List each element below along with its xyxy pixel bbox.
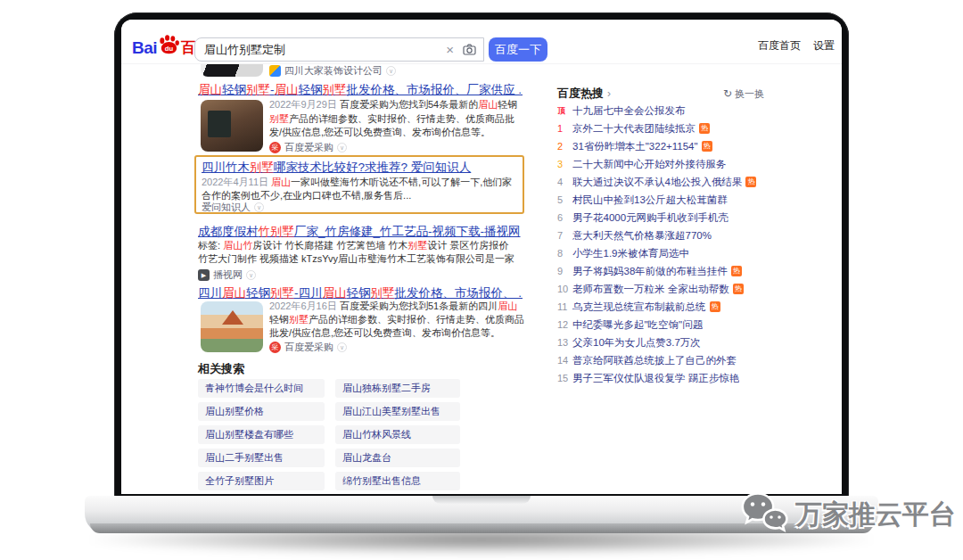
site-favicon — [269, 65, 281, 77]
hot-search-item[interactable]: 5 村民山中捡到13公斤超大松茸菌群 — [557, 191, 768, 209]
related-search-label: 全竹子别墅图片 — [205, 475, 274, 486]
related-search-item[interactable]: 眉山独栋别墅二手房 — [335, 379, 460, 398]
clear-search-icon[interactable]: × — [446, 43, 454, 56]
hot-search-item[interactable]: 6 男子花4000元网购手机收到手机壳 — [557, 209, 768, 226]
hot-search-item[interactable]: 13 父亲10年为女儿点赞3.7万次 — [557, 334, 768, 351]
related-search-item[interactable]: 眉山龙盘台 — [335, 449, 460, 467]
related-search-item[interactable]: 青神竹博会是什么时间 — [198, 379, 325, 398]
hot-rank: 顶 — [557, 105, 572, 117]
related-search-label: 眉山别墅价格 — [205, 406, 264, 416]
result-thumbnail[interactable] — [201, 301, 263, 352]
search-submit-button[interactable]: 百度一下 — [489, 37, 547, 62]
baidu-b2b-icon: 采 — [269, 142, 281, 153]
hot-search-item[interactable]: 10 老师布置数一万粒米 全家出动帮数 热 — [557, 280, 768, 298]
result-thumbnail[interactable] — [201, 100, 263, 152]
hot-search-item[interactable]: 1 京外二十大代表团陆续抵京 热 — [557, 119, 768, 137]
hot-rank: 15 — [557, 373, 572, 383]
related-search-label: 眉山独栋别墅二手房 — [342, 383, 431, 393]
hot-rank: 9 — [557, 266, 572, 276]
baidu-b2b-icon: 采 — [269, 342, 281, 353]
hot-search-item[interactable]: 8 小学生1.9米被体育局选中 — [557, 244, 768, 262]
hot-label: 小学生1.9米被体育局选中 — [572, 247, 689, 260]
laptop-notch — [432, 496, 531, 504]
hot-rank: 12 — [557, 319, 572, 330]
refresh-hot-search-button[interactable]: ↻ 换一换 — [723, 87, 764, 101]
related-search-label: 眉山龙盘台 — [342, 452, 391, 463]
hot-rank: 8 — [557, 248, 572, 259]
hot-badge-icon: 热 — [699, 123, 710, 134]
related-searches-grid: 青神竹博会是什么时间 眉山独栋别墅二手房 眉山别墅价格 眉山江山美墅别墅出售 眉… — [198, 379, 460, 490]
hot-rank: 13 — [557, 337, 572, 348]
hot-rank: 10 — [557, 284, 572, 294]
related-search-item[interactable]: 眉山别墅楼盘有哪些 — [198, 425, 325, 444]
browser-screen: Bai du 百度 × — [121, 20, 842, 494]
result-menu-icon[interactable]: ∨ — [337, 342, 347, 352]
result-title[interactable]: 成都度假村竹别墅厂家_竹房修建_竹工艺品-视频下载-播视网 — [198, 224, 523, 240]
hot-rank: 1 — [557, 123, 572, 134]
related-search-label: 眉山二手别墅出售 — [205, 452, 284, 463]
nav-settings-link[interactable]: 设置 — [813, 38, 835, 54]
hot-search-item[interactable]: 3 二十大新闻中心开始对外接待服务 — [557, 155, 768, 173]
source-name: 百度爱采购 — [284, 141, 333, 154]
related-search-label: 眉山江山美墅别墅出售 — [342, 406, 440, 416]
hot-search-item[interactable]: 12 中纪委曝光多起"吃空饷"问题 — [557, 316, 768, 334]
camera-search-icon[interactable] — [463, 44, 476, 55]
video-site-icon: ▶ — [198, 269, 210, 281]
hot-badge-icon: 热 — [733, 284, 744, 294]
hot-search-item[interactable]: 4 联大通过决议不承认4地公投入俄结果 热 — [557, 173, 768, 191]
hot-search-item[interactable]: 顶 十九届七中全会公报发布 — [557, 102, 768, 119]
hot-search-item[interactable]: 2 31省份昨增本土"322+1154" 热 — [557, 137, 768, 155]
result-menu-icon[interactable]: ∨ — [246, 270, 256, 280]
logo-text-bai: Bai — [132, 38, 157, 58]
page: Bai du 百度 × — [0, 0, 963, 560]
hot-search-item[interactable]: 9 男子将妈妈38年前做的布鞋当挂件 热 — [557, 262, 768, 280]
hot-badge-icon: 热 — [745, 177, 756, 187]
hot-rank: 7 — [557, 230, 572, 241]
result-description: 2022年6月16日 百度爱采购为您找到51条最新的四川眉山轻钢别墅产品的详细参… — [269, 300, 524, 340]
hot-search-item[interactable]: 11 乌克兰现总统宣布制裁前总统 热 — [557, 298, 768, 316]
related-search-label: 眉山别墅楼盘有哪些 — [205, 429, 293, 440]
wechat-icon — [740, 490, 788, 539]
related-searches-title: 相关搜索 — [198, 361, 244, 377]
hot-search-title[interactable]: 百度热搜 — [557, 86, 604, 102]
result-menu-icon[interactable]: ∨ — [337, 143, 347, 152]
hot-rank: 6 — [557, 212, 572, 223]
hot-label: 31省份昨增本土"322+1154" — [572, 140, 698, 153]
related-search-item[interactable]: 绵竹别墅出售信息 — [335, 472, 460, 490]
hot-rank: 2 — [557, 141, 572, 152]
source-name: 四川大家装饰设计公司 — [284, 64, 383, 78]
search-input[interactable] — [204, 43, 446, 56]
hot-search-header: 百度热搜 › ↻ 换一换 — [557, 86, 764, 102]
related-search-item[interactable]: 眉山江山美墅别墅出售 — [335, 402, 460, 421]
nav-baidu-home-link[interactable]: 百度首页 — [758, 38, 801, 54]
related-search-item[interactable]: 眉山别墅价格 — [198, 402, 325, 421]
related-search-item[interactable]: 全竹子别墅图片 — [198, 472, 325, 490]
related-search-item[interactable]: 眉山竹林风景线 — [335, 425, 460, 444]
top-navigation: 百度首页 设置 — [758, 38, 835, 54]
hot-rank: 14 — [557, 355, 572, 366]
hot-rank: 3 — [557, 159, 572, 169]
related-search-item[interactable]: 眉山二手别墅出售 — [198, 449, 325, 467]
result-title[interactable]: 眉山轻钢别墅-眉山轻钢别墅批发价格、市场报价、厂家供应 ... — [198, 82, 523, 98]
result-source: 采 百度爱采购 ∨ — [269, 341, 347, 354]
source-name: 播视网 — [213, 268, 243, 282]
hot-label: 男子花4000元网购手机收到手机壳 — [572, 211, 728, 225]
refresh-label: 换一换 — [735, 87, 764, 101]
hot-search-item[interactable]: 14 普京给阿联酋总统披上了自己的外套 — [557, 351, 768, 369]
hot-label: 普京给阿联酋总统披上了自己的外套 — [572, 354, 737, 367]
result-source: ▶ 播视网 ∨ — [198, 268, 256, 282]
hot-label: 村民山中捡到13公斤超大松茸菌群 — [572, 194, 728, 207]
hot-label: 男子三军仪仗队退役复学 踢正步惊艳 — [572, 372, 739, 385]
hot-rank: 11 — [557, 301, 572, 312]
hot-search-item[interactable]: 15 男子三军仪仗队退役复学 踢正步惊艳 — [557, 369, 768, 387]
search-box[interactable]: × — [194, 37, 484, 62]
hot-badge-icon: 热 — [710, 301, 720, 312]
hot-label: 父亲10年为女儿点赞3.7万次 — [572, 336, 701, 350]
hot-label: 联大通过决议不承认4地公投入俄结果 — [572, 176, 742, 189]
chevron-right-icon: › — [607, 87, 611, 100]
hot-badge-icon: 热 — [731, 266, 742, 276]
result-menu-icon[interactable]: ∨ — [386, 66, 396, 76]
refresh-icon: ↻ — [723, 87, 732, 100]
hot-search-item[interactable]: 7 意大利天然气价格暴涨超770% — [557, 226, 768, 244]
partial-result-source: 四川大家装饰设计公司 ∨ — [269, 64, 396, 78]
